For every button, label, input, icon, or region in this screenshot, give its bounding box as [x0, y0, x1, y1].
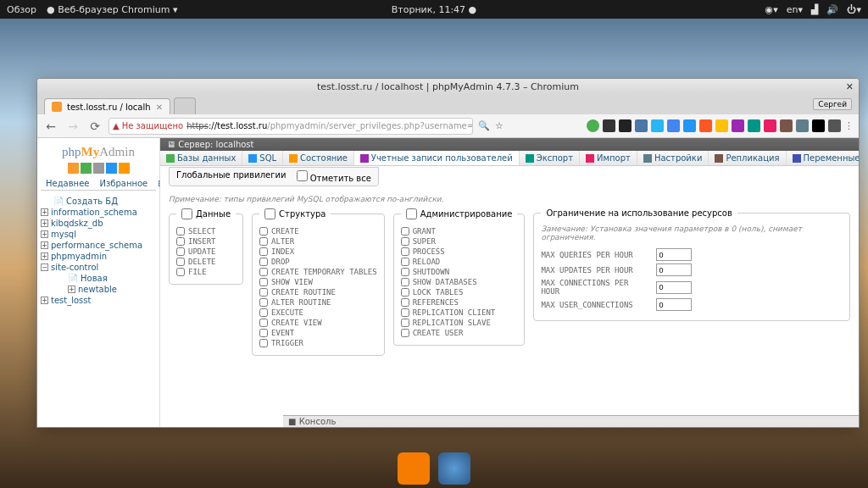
url-field[interactable]: ▲ Не защищено https://test.losst.ru/phpm…: [108, 118, 473, 135]
volume-icon[interactable]: 🔊: [826, 4, 838, 15]
priv-checkbox[interactable]: DROP: [259, 257, 377, 267]
check-all[interactable]: Отметить все: [297, 170, 371, 183]
priv-checkbox[interactable]: CREATE USER: [401, 328, 518, 338]
tree-new-db[interactable]: 📄 Создать БД: [41, 196, 156, 207]
priv-checkbox[interactable]: FILE: [176, 267, 236, 277]
tab-databases[interactable]: Базы данных: [160, 151, 242, 165]
priv-checkbox[interactable]: SHOW VIEW: [259, 277, 377, 287]
close-icon[interactable]: ✕: [846, 81, 854, 92]
ext-icon[interactable]: [699, 119, 712, 132]
tab-export[interactable]: Экспорт: [520, 151, 580, 165]
docs-icon[interactable]: [93, 163, 104, 174]
tab-sql[interactable]: SQL: [242, 151, 283, 165]
tab-users[interactable]: Учетные записи пользователей: [354, 151, 520, 165]
resource-input[interactable]: [656, 248, 692, 261]
browser-tab[interactable]: test.losst.ru / localh ✕: [44, 98, 170, 114]
ext-icon[interactable]: [828, 119, 841, 132]
search-icon[interactable]: 🔍: [478, 120, 490, 131]
tree-db[interactable]: + performance_schema: [41, 240, 156, 251]
resource-input[interactable]: [656, 298, 692, 311]
priv-checkbox[interactable]: REPLICATION SLAVE: [401, 318, 518, 328]
priv-checkbox[interactable]: REFERENCES: [401, 297, 518, 308]
menu-icon[interactable]: ⋮: [844, 120, 854, 131]
priv-checkbox[interactable]: PROCESS: [401, 247, 518, 257]
priv-checkbox[interactable]: ALTER: [259, 236, 377, 247]
tree-db[interactable]: + mysql: [41, 229, 156, 240]
priv-checkbox[interactable]: SHOW DATABASES: [401, 277, 518, 287]
priv-checkbox[interactable]: RELOAD: [401, 257, 518, 267]
priv-checkbox[interactable]: DELETE: [176, 257, 236, 267]
clock[interactable]: Вторник, 11:47 ●: [392, 4, 476, 15]
ext-icon[interactable]: [587, 119, 599, 132]
legend-structure[interactable]: Структура: [259, 208, 331, 219]
home-icon[interactable]: [68, 163, 79, 174]
lang-indicator[interactable]: en▾: [787, 4, 803, 15]
power-icon[interactable]: ⏻▾: [847, 4, 861, 15]
priv-checkbox[interactable]: INDEX: [259, 247, 377, 257]
priv-checkbox[interactable]: SELECT: [176, 226, 236, 236]
app-menu[interactable]: ● Веб-браузер Chromium ▾: [47, 4, 177, 15]
ext-icon[interactable]: [748, 119, 760, 132]
reload-button[interactable]: ⟳: [86, 118, 103, 135]
console-bar[interactable]: ■ Консоль: [283, 415, 859, 427]
ext-icon[interactable]: [780, 119, 793, 132]
priv-checkbox[interactable]: LOCK TABLES: [401, 287, 518, 297]
ext-icon[interactable]: [667, 119, 680, 132]
tab-close-icon[interactable]: ✕: [156, 103, 163, 112]
accessibility-icon[interactable]: ◉▾: [765, 4, 778, 15]
priv-checkbox[interactable]: INSERT: [176, 236, 236, 247]
tree-db[interactable]: + kibqdskz_db: [41, 218, 156, 229]
legend-admin[interactable]: Администрирование: [401, 208, 518, 219]
tab-status[interactable]: Состояние: [283, 151, 354, 165]
tree-db[interactable]: − site-control: [41, 262, 156, 273]
dock-files[interactable]: [398, 452, 430, 485]
tab-import[interactable]: Импорт: [580, 151, 637, 165]
priv-checkbox[interactable]: GRANT: [401, 226, 518, 236]
resource-input[interactable]: [656, 263, 692, 276]
tab-settings[interactable]: Настройки: [637, 151, 709, 165]
ext-icon[interactable]: [603, 119, 615, 132]
network-icon[interactable]: ▟: [811, 4, 818, 15]
priv-checkbox[interactable]: EVENT: [259, 328, 377, 338]
new-tab-button[interactable]: [174, 97, 196, 114]
recent-tab[interactable]: Недавнее: [41, 177, 94, 190]
ext-icon[interactable]: [764, 119, 776, 132]
tree-db[interactable]: + test_losst: [41, 295, 156, 306]
tree-db[interactable]: + phpmyadmin: [41, 251, 156, 262]
priv-checkbox[interactable]: ALTER ROUTINE: [259, 297, 377, 308]
tab-replication[interactable]: Репликация: [709, 151, 786, 165]
tree-table[interactable]: + newtable: [41, 284, 156, 295]
ext-icon[interactable]: [796, 119, 809, 132]
priv-checkbox[interactable]: SUPER: [401, 236, 518, 247]
ext-icon[interactable]: [812, 119, 825, 132]
tree-db[interactable]: + information_schema: [41, 207, 156, 218]
tab-variables[interactable]: Переменные: [787, 151, 860, 165]
favorites-tab[interactable]: Избранное: [94, 177, 153, 190]
star-icon[interactable]: ☆: [495, 120, 504, 131]
tree-new-table[interactable]: 📄 Новая: [41, 273, 156, 284]
activities-button[interactable]: Обзор: [7, 4, 36, 15]
legend-data[interactable]: Данные: [176, 208, 236, 219]
logout-icon[interactable]: [81, 163, 92, 174]
ext-icon[interactable]: [619, 119, 632, 132]
priv-checkbox[interactable]: EXECUTE: [259, 308, 377, 318]
reload-icon[interactable]: [119, 163, 130, 174]
resource-input[interactable]: [656, 281, 692, 294]
profile-badge[interactable]: Сергей: [813, 98, 852, 110]
ext-icon[interactable]: [683, 119, 696, 132]
priv-checkbox[interactable]: CREATE TEMPORARY TABLES: [259, 267, 377, 277]
priv-checkbox[interactable]: CREATE: [259, 226, 377, 236]
ext-icon[interactable]: [651, 119, 664, 132]
priv-checkbox[interactable]: REPLICATION CLIENT: [401, 308, 518, 318]
ext-icon[interactable]: [715, 119, 728, 132]
ext-icon[interactable]: [732, 119, 744, 132]
ext-icon[interactable]: [635, 119, 648, 132]
priv-checkbox[interactable]: CREATE ROUTINE: [259, 287, 377, 297]
priv-checkbox[interactable]: UPDATE: [176, 247, 236, 257]
priv-checkbox[interactable]: CREATE VIEW: [259, 318, 377, 328]
dock-chromium[interactable]: [438, 452, 470, 485]
back-button[interactable]: ←: [42, 118, 59, 135]
priv-checkbox[interactable]: TRIGGER: [259, 338, 377, 348]
priv-checkbox[interactable]: SHUTDOWN: [401, 267, 518, 277]
settings-icon[interactable]: [106, 163, 117, 174]
